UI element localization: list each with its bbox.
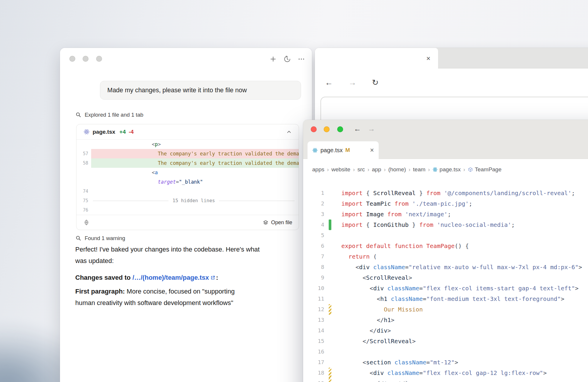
- close-window-button[interactable]: [311, 126, 317, 132]
- code-token: >: [412, 338, 416, 345]
- browser-tab[interactable]: ×: [315, 48, 438, 69]
- code-line[interactable]: 17 <section className="mt-12">: [303, 357, 588, 368]
- nav-back-button[interactable]: ←: [354, 125, 361, 133]
- browser-tab-strip[interactable]: ×: [315, 48, 588, 68]
- breadcrumb-separator: ›: [463, 167, 465, 173]
- breadcrumb-item-team[interactable]: team: [413, 166, 425, 173]
- more-options-button[interactable]: [297, 55, 305, 63]
- code-text: export default function TeamPage() {: [331, 241, 588, 251]
- code-token: [363, 200, 366, 207]
- plus-icon: [269, 55, 277, 63]
- code-token: className: [387, 285, 419, 292]
- line-number: 14: [303, 325, 324, 336]
- code-line[interactable]: 5: [303, 230, 588, 241]
- code-line[interactable]: 18 <div className="flex flex-col gap-12 …: [303, 368, 588, 378]
- code-line[interactable]: 13 </h1>: [303, 315, 588, 325]
- hidden-lines-row[interactable]: 15 hidden lines: [91, 196, 299, 205]
- code-line[interactable]: 8 <div className="relative mx-auto w-ful…: [303, 262, 588, 272]
- code-line[interactable]: 12 Our Mission: [303, 304, 588, 315]
- code-text: <div className="relative mx-auto w-full …: [331, 262, 588, 272]
- breadcrumb-item-src[interactable]: src: [358, 166, 365, 173]
- changes-saved-label: Changes saved to: [75, 274, 132, 281]
- external-link-icon[interactable]: [211, 272, 215, 283]
- code-line[interactable]: 2import TeamPic from './team-pic.jpg';: [303, 198, 588, 209]
- gutter-spacer: [329, 198, 331, 209]
- line-number: 2: [303, 198, 324, 209]
- nav-forward-button[interactable]: →: [368, 125, 375, 133]
- code-token: return: [348, 253, 370, 260]
- diff-line-content: [91, 187, 299, 196]
- code-line[interactable]: 19 {/* … */}: [303, 378, 588, 382]
- expand-lines-button[interactable]: [82, 218, 91, 227]
- browser-reload-button[interactable]: ↻: [372, 78, 379, 87]
- close-window-button[interactable]: [69, 56, 75, 62]
- code-token: function: [395, 242, 423, 249]
- code-token: p: [155, 141, 158, 147]
- browser-back-button[interactable]: ←: [325, 78, 333, 87]
- line-number: 8: [303, 262, 324, 272]
- new-chat-button[interactable]: [269, 55, 277, 63]
- code-line[interactable]: 1import { ScrollReveal } from '@/compone…: [303, 188, 588, 198]
- line-number: 3: [303, 209, 324, 220]
- chat-titlebar[interactable]: [60, 48, 312, 69]
- diff-line-number: 57: [76, 149, 91, 158]
- code-line[interactable]: 9 <ScrollReveal>: [303, 272, 588, 283]
- open-file-button[interactable]: Open file: [263, 220, 292, 226]
- code-line[interactable]: 10 <div className="flex flex-col items-s…: [303, 283, 588, 294]
- code-line[interactable]: 14 </div>: [303, 325, 588, 336]
- code-token: "mt-12": [430, 359, 455, 366]
- open-file-label: Open file: [271, 220, 292, 226]
- code-token: }: [416, 190, 426, 197]
- minimize-window-button[interactable]: [324, 126, 330, 132]
- breadcrumb-label: team: [413, 166, 425, 173]
- code-line[interactable]: 7 return (: [303, 251, 588, 262]
- close-tab-icon[interactable]: ×: [370, 147, 374, 154]
- breadcrumb-item-apps[interactable]: apps: [312, 166, 324, 173]
- gutter-spacer: [329, 357, 331, 368]
- code-text: Our Mission: [331, 304, 588, 315]
- changes-saved-line: Changes saved to /…/(home)/team/page.tsx…: [75, 272, 275, 283]
- breadcrumb-item-home[interactable]: (home): [388, 166, 406, 173]
- tab-page-tsx[interactable]: page.tsx M ×: [308, 141, 379, 159]
- file-link[interactable]: /…/(home)/team/page.tsx: [132, 274, 209, 281]
- zoom-window-button[interactable]: [96, 56, 102, 62]
- code-token: ScrollReveal: [370, 338, 412, 345]
- code-token: <: [341, 369, 373, 376]
- line-number: 10: [303, 283, 324, 294]
- code-token: h1: [384, 316, 391, 324]
- code-token: section: [366, 359, 391, 366]
- zoom-window-button[interactable]: [337, 126, 343, 132]
- editor-code[interactable]: 1import { ScrollReveal } from '@/compone…: [303, 188, 588, 382]
- diff-line-number: 75: [76, 196, 91, 205]
- code-token: TeamPage: [426, 242, 455, 249]
- code-token: <: [341, 274, 366, 281]
- minimize-window-button[interactable]: [83, 56, 88, 62]
- line-number: 16: [303, 346, 324, 357]
- code-token: 'next/image': [405, 211, 448, 218]
- code-line[interactable]: 16: [303, 346, 588, 357]
- code-token: >: [387, 327, 391, 334]
- code-line[interactable]: 15 </ScrollReveal>: [303, 336, 588, 346]
- code-text: <ScrollReveal>: [331, 272, 588, 283]
- breadcrumb-item-pagetsx[interactable]: page.tsx: [432, 166, 461, 173]
- first-paragraph-label: First paragraph:: [75, 288, 125, 295]
- code-line[interactable]: 4import { IconGithub } from 'nucleo-soci…: [303, 220, 588, 230]
- line-number: 17: [303, 357, 324, 368]
- close-tab-icon[interactable]: ×: [426, 55, 430, 62]
- browser-forward-button[interactable]: →: [348, 78, 356, 87]
- breadcrumb-item-teampage[interactable]: TeamPage: [468, 166, 502, 173]
- code-line[interactable]: 3import Image from 'next/image';: [303, 209, 588, 220]
- collapse-chevron-icon[interactable]: [286, 129, 292, 135]
- browser-toolbar: ← → ↻: [315, 68, 588, 97]
- code-line[interactable]: 6export default function TeamPage() {: [303, 241, 588, 251]
- breadcrumb-item-website[interactable]: website: [331, 166, 350, 173]
- history-button[interactable]: [283, 55, 291, 63]
- code-token: div: [373, 369, 384, 376]
- code-token: "relative mx-auto w-full max-w-7xl px-4 …: [409, 264, 579, 271]
- diff-card-header[interactable]: page.tsx +4 -4: [76, 124, 299, 140]
- diff-line-content: <a: [91, 168, 299, 177]
- breadcrumb-label: TeamPage: [475, 166, 502, 173]
- code-line[interactable]: 11 <h1 className="font-medium text-3xl t…: [303, 294, 588, 304]
- breadcrumb-item-app[interactable]: app: [372, 166, 381, 173]
- editor-titlebar[interactable]: ← → page.tsx M ×: [303, 120, 588, 159]
